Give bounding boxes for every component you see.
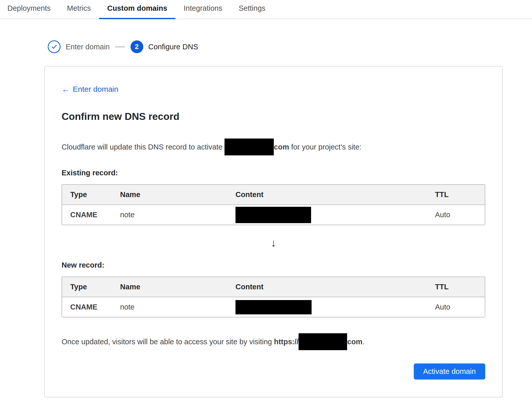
tab-integrations[interactable]: Integrations — [175, 0, 231, 19]
outro-domain-suffix: com — [347, 338, 362, 346]
redacted-domain-box — [224, 139, 274, 155]
step-2-number: 2 — [135, 43, 139, 51]
column-header-ttl: TTL — [427, 185, 485, 205]
tab-custom-domains[interactable]: Custom domains — [99, 0, 175, 19]
new-record-content — [227, 297, 427, 317]
existing-record-label: Existing record: — [62, 169, 485, 177]
step-2-circle: 2 — [131, 40, 143, 53]
column-header-type: Type — [62, 277, 112, 297]
arrow-down-icon: ↓ — [271, 237, 276, 249]
redacted-domain-box — [299, 333, 347, 350]
column-header-name: Name — [112, 277, 227, 297]
back-link-label: Enter domain — [73, 84, 118, 94]
intro-domain-suffix: com — [274, 143, 289, 151]
new-table-header-row: Type Name Content TTL — [62, 277, 485, 297]
existing-record-type: CNAME — [62, 205, 112, 225]
intro-text-before: Cloudflare will update this DNS record t… — [62, 143, 224, 151]
intro-text-after: for your project’s site: — [289, 143, 361, 151]
existing-record-row: CNAME note Auto — [62, 205, 485, 225]
column-header-name: Name — [112, 185, 227, 205]
outro-text: Once updated, visitors will be able to a… — [62, 333, 485, 351]
back-to-enter-domain-link[interactable]: ← Enter domain — [62, 84, 118, 94]
new-record-name: note — [112, 297, 227, 317]
outro-text-before: Once updated, visitors will be able to a… — [62, 338, 274, 346]
new-record-label: New record: — [62, 261, 485, 269]
existing-record-ttl: Auto — [427, 205, 485, 225]
card-footer: Activate domain — [62, 363, 485, 380]
existing-record-content — [227, 205, 427, 225]
dns-setup-stepper: Enter domain 2 Configure DNS — [48, 40, 532, 53]
column-header-type: Type — [62, 185, 112, 205]
tab-settings[interactable]: Settings — [231, 0, 274, 19]
transition-arrow-row: ↓ — [62, 237, 485, 249]
tab-bar: Deployments Metrics Custom domains Integ… — [0, 0, 532, 19]
new-record-row: CNAME note Auto — [62, 297, 485, 317]
configure-dns-card: ← Enter domain Confirm new DNS record Cl… — [44, 66, 503, 397]
existing-table-header-row: Type Name Content TTL — [62, 185, 485, 205]
activate-domain-button[interactable]: Activate domain — [414, 363, 485, 380]
existing-record-table: Type Name Content TTL CNAME note Auto — [62, 184, 485, 225]
step-1-complete-circle — [48, 40, 61, 53]
page-title: Confirm new DNS record — [62, 110, 485, 123]
outro-url-scheme: https:// — [274, 338, 299, 346]
column-header-content: Content — [227, 277, 427, 297]
tab-metrics[interactable]: Metrics — [59, 0, 99, 19]
new-record-type: CNAME — [62, 297, 112, 317]
outro-text-after: . — [362, 338, 364, 346]
column-header-ttl: TTL — [427, 277, 485, 297]
existing-record-name: note — [112, 205, 227, 225]
redacted-content-box — [235, 207, 311, 223]
step-connector — [115, 47, 125, 47]
intro-text: Cloudflare will update this DNS record t… — [62, 139, 485, 156]
checkmark-icon — [51, 44, 57, 50]
redacted-content-box — [235, 300, 312, 314]
column-header-content: Content — [227, 185, 427, 205]
step-2-label: Configure DNS — [148, 43, 198, 51]
new-record-table: Type Name Content TTL CNAME note Auto — [62, 277, 485, 317]
tab-deployments[interactable]: Deployments — [0, 0, 59, 19]
new-record-ttl: Auto — [427, 297, 485, 317]
left-arrow-icon: ← — [62, 85, 70, 93]
step-1-label: Enter domain — [66, 43, 110, 51]
